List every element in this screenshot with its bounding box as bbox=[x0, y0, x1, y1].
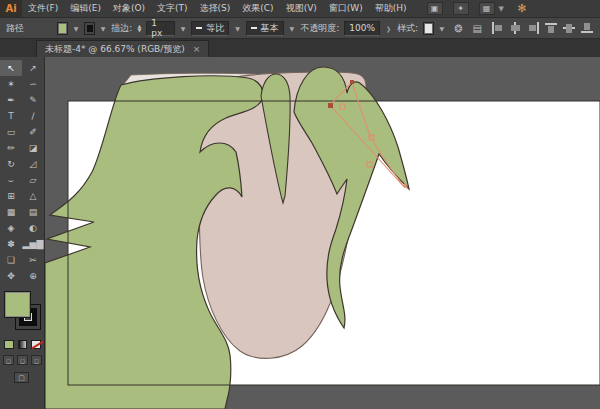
brush-line bbox=[251, 27, 257, 29]
draw-inside-icon[interactable]: ◻ bbox=[31, 355, 42, 365]
draw-normal-icon[interactable]: ◻ bbox=[3, 355, 14, 365]
fill-stroke-indicator bbox=[0, 290, 45, 336]
gradient-button[interactable] bbox=[18, 340, 28, 349]
arrange-documents-icon[interactable]: ▦ bbox=[479, 2, 495, 15]
type-tool-icon[interactable]: T bbox=[0, 108, 22, 124]
free-transform-tool-icon[interactable]: ▱ bbox=[22, 172, 44, 188]
workspace-switcher-icon[interactable]: ✻ bbox=[514, 2, 530, 15]
shaper-tool-icon[interactable]: ◪ bbox=[22, 140, 44, 156]
stroke-width-stepper[interactable]: ▲▼ bbox=[137, 24, 141, 32]
horizontal-align-left-icon[interactable] bbox=[491, 22, 504, 34]
artboard-tool-icon[interactable]: ❏ bbox=[0, 252, 22, 268]
stroke-label: 描边: bbox=[111, 22, 132, 35]
perspective-grid-tool-icon[interactable]: △ bbox=[22, 188, 44, 204]
color-button[interactable] bbox=[4, 340, 14, 349]
opacity-field[interactable]: 100% bbox=[344, 21, 380, 36]
opacity-chevron-icon[interactable]: ❯ bbox=[385, 25, 392, 32]
lasso-tool-icon[interactable]: ∽ bbox=[22, 76, 44, 92]
width-profile-line bbox=[196, 27, 202, 29]
stroke-color-swatch[interactable] bbox=[84, 22, 94, 35]
rotate-tool-icon[interactable]: ↻ bbox=[0, 156, 22, 172]
menu-item-3[interactable]: 文字(T) bbox=[151, 0, 194, 17]
stroke-width-chevron-icon[interactable]: ▼ bbox=[180, 25, 187, 32]
gradient-tool-icon[interactable]: ▤ bbox=[22, 204, 44, 220]
menu-item-2[interactable]: 对象(O) bbox=[107, 0, 151, 17]
column-graph-tool-icon[interactable]: ▂▅▇ bbox=[22, 236, 44, 252]
width-tool-icon[interactable]: ⌣ bbox=[0, 172, 22, 188]
style-swatch[interactable] bbox=[423, 22, 433, 35]
tab-close-icon[interactable]: × bbox=[193, 44, 201, 54]
blend-tool-icon[interactable]: ◐ bbox=[22, 220, 44, 236]
shape-builder-tool-icon[interactable]: ⊞ bbox=[0, 188, 22, 204]
pencil-tool-icon[interactable]: ✏ bbox=[0, 140, 22, 156]
menu-item-7[interactable]: 窗口(W) bbox=[323, 0, 369, 17]
width-profile-chevron-icon[interactable]: ▼ bbox=[234, 25, 241, 32]
menu-item-1[interactable]: 编辑(E) bbox=[64, 0, 107, 17]
menu-bar: Ai 文件(F)编辑(E)对象(O)文字(T)选择(S)效果(C)视图(V)窗口… bbox=[0, 0, 600, 17]
menu-item-4[interactable]: 选择(S) bbox=[194, 0, 237, 17]
menu-item-0[interactable]: 文件(F) bbox=[22, 0, 64, 17]
selection-type-label: 路径 bbox=[6, 22, 24, 35]
pen-tool-icon[interactable]: ✒ bbox=[0, 92, 22, 108]
draw-behind-icon[interactable]: ◻ bbox=[17, 355, 28, 365]
slice-tool-icon[interactable]: ✂ bbox=[22, 252, 44, 268]
screen-mode-button[interactable]: ▢ bbox=[14, 372, 29, 383]
brush-dropdown[interactable]: 基本 bbox=[246, 21, 284, 36]
canvas-area[interactable] bbox=[45, 57, 600, 409]
menu-item-5[interactable]: 效果(C) bbox=[236, 0, 279, 17]
width-profile-dropdown[interactable]: 等比 bbox=[191, 21, 229, 36]
anchor-point-start[interactable] bbox=[350, 80, 354, 84]
symbol-sprayer-tool-icon[interactable]: ✽ bbox=[0, 236, 22, 252]
scale-tool-icon[interactable]: ◿ bbox=[22, 156, 44, 172]
anchor-point-selected[interactable] bbox=[328, 103, 333, 108]
ai-logo: Ai bbox=[0, 0, 22, 17]
fill-color-swatch[interactable] bbox=[57, 22, 67, 35]
document-tab-bar: 未标题-4* @ 66.67% (RGB/预览) × bbox=[0, 39, 600, 57]
none-button[interactable] bbox=[31, 340, 41, 349]
mesh-tool-icon[interactable]: ▦ bbox=[0, 204, 22, 220]
vertical-align-top-icon[interactable] bbox=[545, 22, 558, 34]
magic-wand-tool-icon[interactable]: ✶ bbox=[0, 76, 22, 92]
menu-item-8[interactable]: 帮助(H) bbox=[369, 0, 413, 17]
direct-selection-tool-icon[interactable]: ↗ bbox=[22, 60, 44, 76]
brush-value: 基本 bbox=[261, 22, 279, 35]
vertical-align-bottom-icon[interactable] bbox=[581, 22, 594, 34]
recolor-artwork-icon[interactable]: ❂ bbox=[454, 23, 462, 34]
curvature-tool-icon[interactable]: ✎ bbox=[22, 92, 44, 108]
horizontal-align-right-icon[interactable] bbox=[527, 22, 540, 34]
illustrator-window: Ai 文件(F)编辑(E)对象(O)文字(T)选择(S)效果(C)视图(V)窗口… bbox=[0, 0, 600, 409]
style-label: 样式: bbox=[397, 22, 418, 35]
bridge-icon[interactable]: ▣ bbox=[427, 2, 443, 15]
hand-tool-icon[interactable]: ✥ bbox=[0, 268, 22, 284]
artwork bbox=[45, 57, 600, 409]
menu-item-6[interactable]: 视图(V) bbox=[280, 0, 323, 17]
width-profile-value: 等比 bbox=[206, 22, 224, 35]
style-chevron-icon[interactable]: ▼ bbox=[439, 25, 446, 32]
selection-tool-icon[interactable]: ↖ bbox=[0, 60, 22, 76]
vertical-align-middle-icon[interactable] bbox=[563, 22, 576, 34]
arrange-chevron-icon[interactable]: ▼ bbox=[499, 5, 504, 13]
paintbrush-tool-icon[interactable]: ✐ bbox=[22, 124, 44, 140]
tools-panel: ↖↗✶∽✒✎T∕▭✐✏◪↻◿⌣▱⊞△▦▤◈◐✽▂▅▇❏✂✥⊕ ◻ ◻ ◻ ▢ bbox=[0, 57, 45, 409]
fill-indicator[interactable] bbox=[4, 291, 31, 318]
document-tab[interactable]: 未标题-4* @ 66.67% (RGB/预览) × bbox=[36, 40, 209, 57]
stock-icon[interactable]: ✦ bbox=[453, 2, 469, 15]
opacity-label: 不透明度: bbox=[300, 22, 339, 35]
horizontal-align-center-icon[interactable] bbox=[509, 22, 522, 34]
fill-chevron-icon[interactable]: ▼ bbox=[73, 25, 80, 32]
stroke-width-field[interactable]: 1 px bbox=[146, 21, 175, 36]
rectangle-tool-icon[interactable]: ▭ bbox=[0, 124, 22, 140]
eyedropper-tool-icon[interactable]: ◈ bbox=[0, 220, 22, 236]
stroke-chevron-icon[interactable]: ▼ bbox=[100, 25, 107, 32]
control-bar: 路径 ▼ ▼ 描边: ▲▼ 1 px ▼ 等比 ▼ 基本 ▼ 不透明度: 100… bbox=[0, 17, 600, 39]
zoom-tool-icon[interactable]: ⊕ bbox=[22, 268, 44, 284]
document-setup-icon[interactable]: ▤ bbox=[473, 23, 482, 34]
brush-chevron-icon[interactable]: ▼ bbox=[289, 25, 296, 32]
line-segment-tool-icon[interactable]: ∕ bbox=[22, 108, 44, 124]
document-title: 未标题-4* @ 66.67% (RGB/预览) bbox=[45, 43, 185, 56]
